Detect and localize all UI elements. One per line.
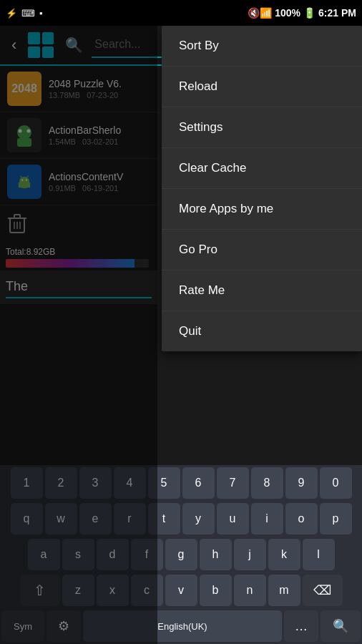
key-l[interactable]: l <box>303 539 335 570</box>
signal-icons: 🔇📶 <box>248 7 272 19</box>
battery-level: ▪ <box>39 8 43 19</box>
status-left-icons: ⚡ ⌨ ▪ <box>6 8 43 19</box>
menu-quit[interactable]: Quit <box>162 311 362 351</box>
usb-icon: ⚡ <box>6 8 17 19</box>
key-g[interactable]: g <box>165 539 197 570</box>
status-bar: ⚡ ⌨ ▪ 🔇📶 100% 🔋 6:21 PM <box>0 0 362 26</box>
battery-icon: 🔋 <box>303 7 315 19</box>
status-right: 🔇📶 100% 🔋 6:21 PM <box>248 7 356 19</box>
key-p[interactable]: p <box>320 503 352 535</box>
key-v[interactable]: v <box>165 575 197 606</box>
key-7[interactable]: 7 <box>217 467 249 499</box>
menu-rate-me[interactable]: Rate Me <box>162 270 362 311</box>
keyboard-icon: ⌨ <box>21 8 35 19</box>
key-k[interactable]: k <box>268 539 300 570</box>
dropdown-menu: Sort By Reload Settings Clear Cache More… <box>162 26 362 351</box>
menu-overlay[interactable] <box>0 26 157 644</box>
key-i[interactable]: i <box>251 503 283 535</box>
key-h[interactable]: h <box>200 539 232 570</box>
menu-go-pro[interactable]: Go Pro <box>162 230 362 270</box>
menu-reload[interactable]: Reload <box>162 67 362 107</box>
key-u[interactable]: u <box>217 503 249 535</box>
key-8[interactable]: 8 <box>251 467 283 499</box>
key-o[interactable]: o <box>285 503 318 535</box>
battery-percent: 100% <box>275 7 300 19</box>
time-display: 6:21 PM <box>318 7 356 19</box>
key-j[interactable]: j <box>234 539 266 570</box>
search-key[interactable]: 🔍 <box>321 610 361 642</box>
key-b[interactable]: b <box>200 575 232 606</box>
backspace-button[interactable]: ⌫ <box>303 575 343 606</box>
punctuation-button[interactable]: … <box>284 610 318 642</box>
key-0[interactable]: 0 <box>320 467 352 499</box>
menu-sort-by[interactable]: Sort By <box>162 26 362 67</box>
key-m[interactable]: m <box>268 575 300 606</box>
key-y[interactable]: y <box>182 503 215 535</box>
key-n[interactable]: n <box>234 575 266 606</box>
menu-clear-cache[interactable]: Clear Cache <box>162 148 362 189</box>
menu-more-apps[interactable]: More Apps by me <box>162 189 362 230</box>
menu-settings[interactable]: Settings <box>162 107 362 148</box>
key-6[interactable]: 6 <box>182 467 215 499</box>
key-9[interactable]: 9 <box>285 467 318 499</box>
